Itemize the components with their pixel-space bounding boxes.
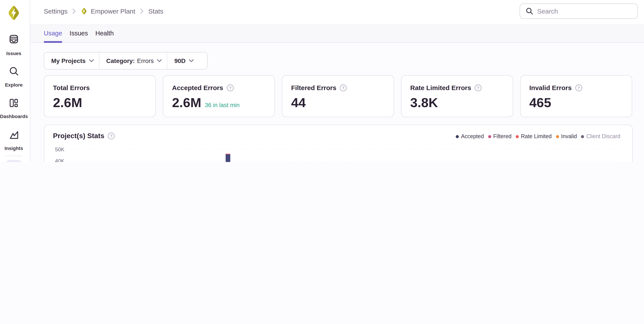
svg-text:?: ?	[342, 85, 345, 90]
svg-text:?: ?	[477, 85, 480, 90]
svg-text:?: ?	[578, 85, 580, 90]
svg-text:?: ?	[229, 85, 232, 90]
svg-text:40K: 40K	[55, 158, 64, 162]
svg-text:50K: 50K	[55, 147, 64, 152]
